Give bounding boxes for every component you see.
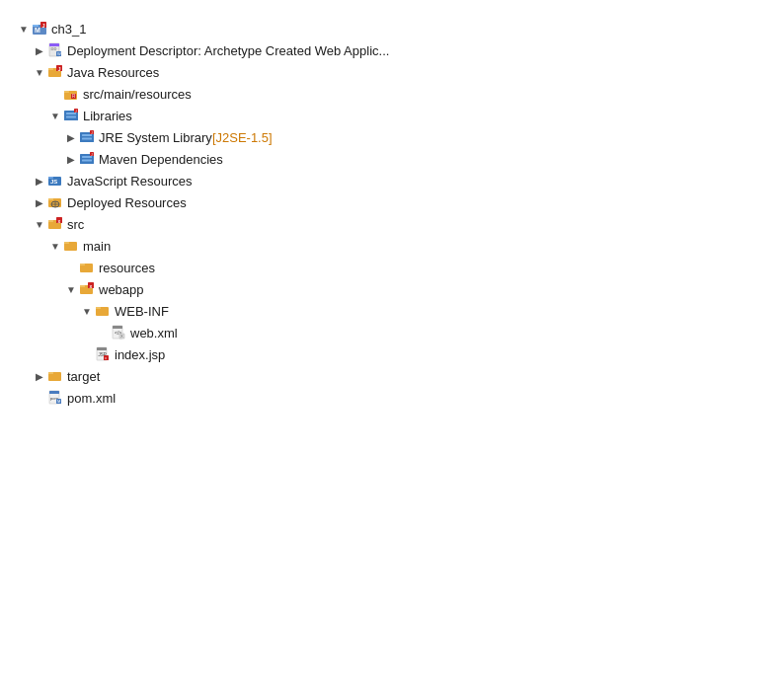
- tree-item-deployment-descriptor[interactable]: DD W Deployment Descriptor: Archetype Cr…: [0, 39, 784, 61]
- svg-rect-20: [66, 116, 76, 118]
- web-inf-icon: [95, 303, 111, 319]
- tree-item-java-resources[interactable]: J Java Resources: [0, 61, 784, 83]
- tree-item-main[interactable]: main: [0, 235, 784, 257]
- tree-item-label: main: [83, 239, 111, 254]
- tree-item-index-jsp[interactable]: JSP x index.jsp: [0, 343, 784, 365]
- toggle-main[interactable]: [47, 241, 63, 252]
- tree-item-target[interactable]: target: [0, 365, 784, 387]
- tree-item-libraries[interactable]: J Libraries: [0, 105, 784, 126]
- project-icon: M J: [32, 21, 47, 37]
- src-folder-icon: x: [47, 216, 63, 232]
- maven-library-icon: J: [79, 151, 95, 167]
- toggle-libraries[interactable]: [47, 111, 63, 121]
- svg-rect-37: [48, 198, 53, 200]
- pom-file-icon: pom M: [47, 390, 63, 406]
- svg-rect-30: [82, 160, 92, 162]
- tree-item-deployed-resources[interactable]: Deployed Resources: [0, 191, 784, 213]
- resources-folder-icon: [79, 260, 95, 275]
- svg-text:M: M: [35, 27, 40, 34]
- tree-item-src[interactable]: x src: [0, 213, 784, 235]
- toggle-src[interactable]: [32, 219, 47, 230]
- tree-item-label: resources: [99, 261, 155, 275]
- tree-item-resources[interactable]: resources: [0, 257, 784, 278]
- toggle-jre[interactable]: [63, 132, 79, 143]
- toggle-maven[interactable]: [63, 154, 79, 165]
- svg-text:DD: DD: [51, 46, 57, 51]
- svg-rect-68: [49, 391, 59, 394]
- toggle-ch3_1[interactable]: [16, 24, 32, 35]
- toggle-deployed[interactable]: [32, 197, 47, 208]
- toggle-webapp[interactable]: [63, 284, 79, 295]
- tree-item-pom-xml[interactable]: pom M pom.xml: [0, 387, 784, 409]
- descriptor-icon: DD W: [47, 42, 63, 58]
- tree-item-label: JRE System Library: [99, 130, 212, 145]
- svg-text:x: x: [90, 283, 93, 289]
- svg-text:J: J: [42, 23, 45, 29]
- svg-rect-25: [82, 138, 92, 140]
- tree-item-label: Java Resources: [67, 65, 159, 80]
- deployed-icon: [47, 194, 63, 210]
- tree-item-jre-system-library[interactable]: J JRE System Library [J2SE-1.5]: [0, 126, 784, 148]
- tree-item-label: target: [67, 369, 100, 384]
- svg-rect-56: [113, 326, 122, 329]
- toggle-web-inf[interactable]: [79, 306, 95, 317]
- tree-item-label: Deployment Descriptor: Archetype Created…: [67, 43, 389, 58]
- svg-rect-66: [48, 372, 53, 374]
- svg-text:JS: JS: [50, 179, 57, 185]
- tree-item-label: webapp: [99, 282, 144, 297]
- tree-item-javascript-resources[interactable]: JS JavaScript Resources: [0, 170, 784, 191]
- java-resources-icon: J: [47, 64, 63, 80]
- library-icon: J: [79, 129, 95, 145]
- tree-item-maven-dependencies[interactable]: J Maven Dependencies: [0, 148, 784, 170]
- svg-text:x: x: [105, 355, 107, 360]
- toggle-deployment[interactable]: [32, 45, 47, 56]
- tree-item-label: WEB-INF: [115, 304, 169, 319]
- jsp-file-icon: JSP x: [95, 346, 111, 362]
- tree-item-label: Libraries: [83, 109, 132, 123]
- js-resources-icon: JS: [47, 173, 63, 189]
- tree-item-ch3_1[interactable]: M J ch3_1: [0, 18, 784, 39]
- target-folder-icon: [47, 368, 63, 384]
- toggle-target[interactable]: [32, 371, 47, 382]
- svg-rect-48: [80, 264, 85, 265]
- svg-text:J: J: [91, 153, 93, 157]
- tree-item-label: ch3_1: [51, 22, 86, 37]
- xml-file-icon: </> X: [111, 325, 126, 341]
- libraries-icon: J: [63, 108, 79, 123]
- svg-rect-54: [96, 307, 101, 309]
- svg-rect-11: [48, 68, 53, 70]
- tree-item-web-inf[interactable]: WEB-INF: [0, 300, 784, 322]
- tree-item-label: JavaScript Resources: [67, 174, 192, 189]
- svg-text:J: J: [58, 66, 61, 72]
- folder-resource-icon: R: [63, 86, 79, 102]
- svg-rect-50: [80, 285, 85, 287]
- svg-rect-46: [64, 242, 69, 244]
- toggle-js-resources[interactable]: [32, 176, 47, 187]
- tree-item-label: index.jsp: [115, 347, 165, 362]
- svg-rect-61: [97, 347, 107, 350]
- svg-text:W: W: [57, 51, 61, 56]
- tree-item-label-deployed-resources: Deployed Resources: [67, 195, 187, 210]
- svg-text:J: J: [91, 131, 93, 135]
- tree-item-label: Maven Dependencies: [99, 152, 223, 167]
- tree-item-label: web.xml: [130, 326, 178, 341]
- svg-text:M: M: [57, 399, 60, 404]
- svg-text:x: x: [58, 218, 61, 224]
- webapp-folder-icon: x: [79, 281, 95, 297]
- tree-item-web-xml[interactable]: </> X web.xml: [0, 322, 784, 343]
- svg-text:J: J: [75, 110, 77, 114]
- jre-version-label: [J2SE-1.5]: [212, 130, 273, 145]
- tree-item-label: src: [67, 217, 84, 232]
- svg-rect-15: [64, 91, 69, 93]
- main-folder-icon: [63, 238, 79, 254]
- tree-item-label: src/main/resources: [83, 87, 192, 102]
- tree-item-src-main-resources[interactable]: R src/main/resources: [0, 83, 784, 105]
- project-tree: M J ch3_1 DD W Deployment Descriptor: Ar…: [0, 10, 784, 417]
- toggle-java-resources[interactable]: [32, 67, 47, 78]
- svg-text:X: X: [120, 334, 123, 339]
- svg-rect-42: [48, 220, 53, 222]
- tree-item-label: pom.xml: [67, 391, 116, 406]
- tree-item-webapp[interactable]: x webapp: [0, 278, 784, 300]
